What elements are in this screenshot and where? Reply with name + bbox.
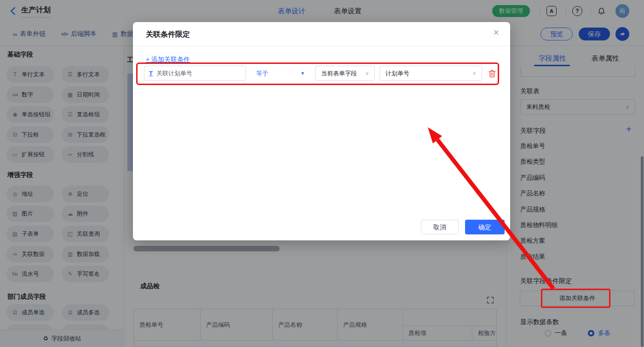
text-field-icon: T — [149, 70, 153, 77]
source-type-select[interactable]: 当前表单字段∨ — [315, 66, 375, 81]
chevron-down-icon: ∨ — [365, 70, 369, 76]
form-designer-app: 生产计划 表单设计 表单设置 数据管理 A ? 检 ∞表单外链 </>后端脚本 … — [0, 0, 644, 347]
close-icon[interactable]: × — [493, 28, 499, 38]
caret-down-icon: ▼ — [300, 71, 305, 76]
chevron-down-icon: ∨ — [472, 70, 476, 76]
add-condition-link[interactable]: + 添加关联条件 — [146, 56, 190, 64]
modal-title: 关联条件限定 — [146, 30, 190, 40]
divider — [133, 46, 510, 46]
target-field-select[interactable]: 计划单号∨ — [380, 66, 482, 81]
delete-condition-icon[interactable] — [487, 68, 497, 79]
confirm-button[interactable]: 确定 — [465, 220, 505, 234]
condition-field-input[interactable]: T 关联计划单号 — [144, 66, 246, 81]
condition-limit-modal: 关联条件限定 × + 添加关联条件 T 关联计划单号 等于▼ 当前表单字段∨ 计… — [133, 22, 510, 240]
cancel-button[interactable]: 取消 — [421, 220, 459, 234]
operator-select[interactable]: 等于▼ — [251, 66, 310, 81]
